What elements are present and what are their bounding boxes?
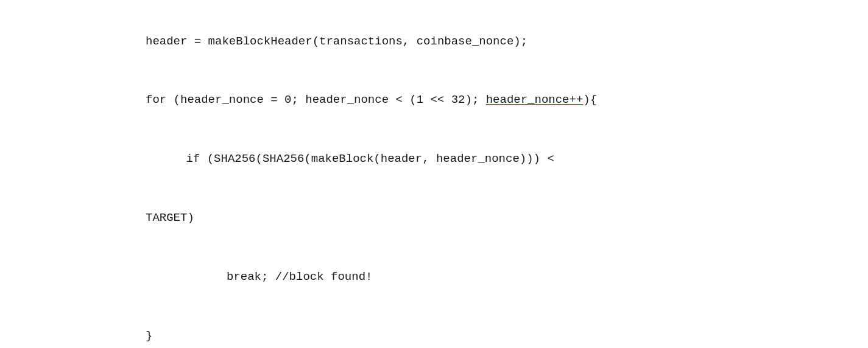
code-line-7: TARGET) (105, 208, 763, 228)
code-line-4: header = makeBlockHeader(transactions, c… (105, 32, 763, 51)
code-line-5: for (header_nonce = 0; header_nonce < (1… (105, 90, 763, 110)
header-nonce-increment: header_nonce++ (486, 93, 584, 106)
for-loop-suffix: ){ (583, 93, 597, 106)
code-line-6: if (SHA256(SHA256(makeBlock(header, head… (105, 149, 763, 169)
for-loop-prefix: for (header_nonce = 0; header_nonce < (1… (146, 93, 486, 106)
main-container: TARGET = (65535 << 208) / DIFFICULTY; co… (69, 0, 800, 348)
code-line-8: break; //block found! (105, 267, 763, 287)
code-block: TARGET = (65535 << 208) / DIFFICULTY; co… (105, 0, 763, 348)
code-line-9: } (105, 326, 763, 346)
